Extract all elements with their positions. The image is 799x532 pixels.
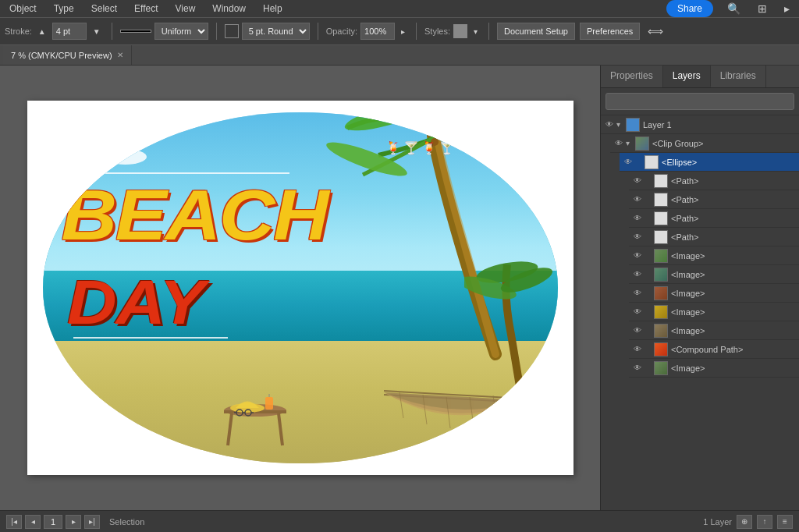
visibility-eye-icon[interactable]: 👁: [632, 269, 643, 280]
layer-item-ellipse[interactable]: 👁 <Ellipse>: [620, 153, 799, 172]
svg-line-19: [228, 413, 232, 445]
styles-swatch[interactable]: [453, 24, 467, 38]
layer-item-layer1[interactable]: 👁 ▾ Layer 1: [601, 115, 799, 134]
divider1: [112, 23, 112, 40]
cloud3: [104, 149, 147, 165]
tab-properties[interactable]: Properties: [601, 66, 663, 87]
brush-group: 5 pt. Round: [225, 23, 310, 40]
first-page-button[interactable]: |◂: [6, 515, 22, 529]
visibility-eye-icon[interactable]: 👁: [632, 344, 643, 355]
divider5: [488, 23, 489, 40]
opacity-input[interactable]: [360, 23, 395, 40]
white-line-bottom: [73, 337, 228, 339]
divider2: [216, 23, 217, 40]
layer-item-clipgroup[interactable]: 👁 ▾ <Clip Group>: [610, 134, 799, 153]
layer-item-image5[interactable]: 👁 <Image>: [629, 321, 799, 340]
brush-select[interactable]: 5 pt. Round: [242, 23, 310, 40]
layer-item-compound[interactable]: 👁 <Compound Path>: [629, 340, 799, 359]
visibility-eye-icon[interactable]: 👁: [632, 250, 643, 261]
canvas-area[interactable]: BEACH DAY: [0, 66, 600, 510]
visibility-eye-icon[interactable]: 👁: [632, 307, 643, 317]
more-icon[interactable]: ▸: [781, 1, 793, 16]
layer-item-path1[interactable]: 👁 <Path>: [629, 172, 799, 190]
visibility-eye-icon[interactable]: 👁: [632, 176, 643, 186]
next-page-button[interactable]: ▸: [66, 515, 81, 529]
hammock-svg: [376, 375, 532, 453]
menu-select[interactable]: Select: [88, 2, 120, 16]
layer-item-image1[interactable]: 👁 <Image>: [629, 246, 799, 265]
cocktails: 🍹 🍸 🍹 🍸: [385, 140, 455, 155]
opacity-arrow-icon[interactable]: ▸: [398, 26, 408, 37]
layer-item-path4[interactable]: 👁 <Path>: [629, 228, 799, 246]
menu-view[interactable]: View: [172, 2, 199, 16]
tab-label: 7 % (CMYK/CPU Preview): [11, 51, 112, 60]
status-right: 1 Layer ⊕ ↑ ≡: [703, 515, 793, 529]
layer-thumb: [654, 230, 668, 244]
document-tab[interactable]: 7 % (CMYK/CPU Preview) ✕: [3, 45, 132, 65]
tab-layers[interactable]: Layers: [663, 66, 711, 87]
divider3: [318, 23, 318, 40]
layer-label: <Clip Group>: [652, 139, 703, 148]
last-page-button[interactable]: ▸|: [84, 515, 100, 529]
menu-help[interactable]: Help: [260, 2, 286, 16]
toolbar: Stroke: ▲ ▼ Uniform 5 pt. Round Opacity:…: [0, 17, 799, 45]
layer-item-image2[interactable]: 👁 <Image>: [629, 265, 799, 284]
layer-label: <Path>: [671, 195, 698, 204]
layer-thumb: [654, 361, 668, 375]
menu-object[interactable]: Object: [6, 2, 40, 16]
visibility-eye-icon[interactable]: 👁: [632, 288, 643, 299]
layer-thumb: [654, 342, 668, 356]
layer-item-path3[interactable]: 👁 <Path>: [629, 209, 799, 228]
new-layer-icon[interactable]: ⊕: [737, 515, 752, 529]
export-icon[interactable]: ↑: [757, 515, 772, 529]
stroke-value-input[interactable]: [52, 23, 87, 40]
visibility-eye-icon[interactable]: 👁: [623, 157, 634, 168]
visibility-eye-icon[interactable]: 👁: [632, 194, 643, 205]
visibility-eye-icon[interactable]: 👁: [632, 363, 643, 374]
layer-label: <Path>: [671, 214, 698, 223]
cocktail2: 🍸: [403, 140, 419, 155]
tab-close-icon[interactable]: ✕: [117, 51, 123, 59]
page-number: 1: [44, 515, 62, 529]
visibility-eye-icon[interactable]: 👁: [604, 119, 615, 130]
tab-libraries[interactable]: Libraries: [711, 66, 766, 87]
prev-page-button[interactable]: ◂: [25, 515, 41, 529]
preferences-button[interactable]: Preferences: [580, 23, 640, 40]
color-swatch[interactable]: [225, 24, 239, 38]
visibility-eye-icon[interactable]: 👁: [613, 138, 624, 149]
visibility-eye-icon[interactable]: 👁: [632, 232, 643, 243]
layer-item-image4[interactable]: 👁 <Image>: [629, 303, 799, 321]
expand-arrow-icon[interactable]: ▾: [616, 120, 626, 129]
layer-label: <Compound Path>: [671, 345, 743, 354]
stroke-up-icon[interactable]: ▲: [35, 26, 49, 37]
artboard-mode: Selection: [109, 517, 144, 527]
styles-label: Styles:: [424, 27, 450, 36]
tab-bar: 7 % (CMYK/CPU Preview) ✕: [0, 45, 799, 66]
layer-thumb: [635, 137, 649, 151]
share-button[interactable]: Share: [666, 0, 713, 17]
menu-window[interactable]: Window: [209, 2, 249, 16]
styles-arrow-icon[interactable]: ▾: [471, 26, 481, 37]
main-area: BEACH DAY: [0, 66, 799, 510]
visibility-eye-icon[interactable]: 👁: [632, 325, 643, 336]
stroke-type-select[interactable]: Uniform: [154, 23, 208, 40]
menu-type[interactable]: Type: [51, 2, 77, 16]
table-svg: [212, 383, 298, 453]
expand-arrow-icon[interactable]: ▾: [626, 139, 635, 147]
search-icon[interactable]: 🔍: [724, 1, 744, 16]
panel-options-icon[interactable]: ≡: [777, 515, 793, 529]
panel-search: [601, 88, 799, 115]
document-setup-button[interactable]: Document Setup: [497, 23, 575, 40]
stroke-down-icon[interactable]: ▼: [90, 26, 104, 37]
layer-label: <Image>: [671, 307, 705, 317]
layer-item-image3[interactable]: 👁 <Image>: [629, 284, 799, 303]
layer-label: <Ellipse>: [662, 158, 697, 167]
align-icon[interactable]: ⟺: [645, 23, 666, 39]
layer-item-path2[interactable]: 👁 <Path>: [629, 190, 799, 209]
menu-effect[interactable]: Effect: [131, 2, 161, 16]
visibility-eye-icon[interactable]: 👁: [632, 213, 643, 224]
arrange-icon[interactable]: ⊞: [755, 1, 770, 16]
layer-label: <Path>: [671, 176, 698, 186]
layers-search-input[interactable]: [605, 93, 794, 110]
layer-item-image6[interactable]: 👁 <Image>: [629, 359, 799, 378]
